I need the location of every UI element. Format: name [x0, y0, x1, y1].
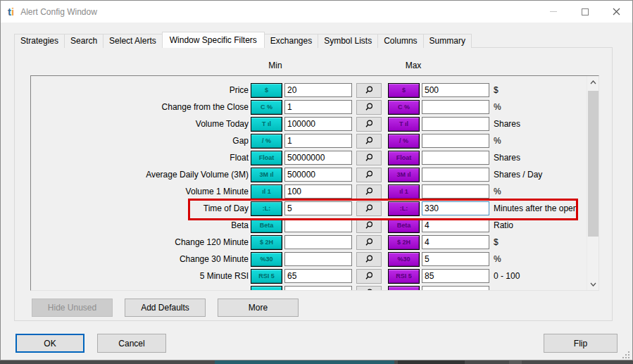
max-input[interactable] [422, 83, 489, 97]
filters-scroll-panel: Price$$$Change from the CloseC %C %%Volu… [30, 75, 599, 291]
min-input[interactable] [284, 235, 352, 249]
icon-glyph: RSI 5 [258, 272, 275, 280]
min-input[interactable] [284, 184, 352, 199]
search-button[interactable] [356, 286, 382, 291]
magnifier-icon [364, 102, 374, 112]
search-button[interactable] [356, 252, 382, 267]
ok-button[interactable]: OK [15, 334, 84, 353]
avg-daily-volume-icon[interactable]: 3M ıl [388, 168, 420, 182]
search-button[interactable] [356, 100, 382, 115]
max-input[interactable] [422, 252, 489, 266]
minimize-button[interactable] [537, 1, 569, 23]
max-input[interactable] [422, 184, 489, 199]
search-button[interactable] [356, 151, 382, 165]
rsi-5-minute-icon[interactable]: RSI 5 [251, 269, 282, 284]
screen-edge-strip [0, 360, 633, 364]
icon-glyph: Float [259, 154, 275, 161]
price-icon[interactable]: $ [251, 83, 282, 98]
min-input[interactable] [284, 151, 352, 165]
magnifier-icon [364, 170, 374, 180]
filter-label: Change 30 Minute [31, 254, 249, 264]
min-input[interactable] [284, 252, 352, 266]
min-input[interactable] [284, 218, 352, 232]
min-input[interactable] [284, 286, 352, 291]
close-button[interactable] [601, 1, 632, 23]
clock-icon[interactable]: :L: [388, 201, 420, 216]
max-input[interactable] [422, 201, 489, 215]
filter-icon[interactable] [388, 286, 420, 291]
change-30-minute-icon[interactable]: %30 [388, 252, 420, 267]
search-button[interactable] [356, 184, 382, 199]
price-icon[interactable]: $ [388, 83, 420, 98]
search-button[interactable] [356, 83, 382, 98]
cancel-button[interactable]: Cancel [97, 334, 166, 353]
max-input[interactable] [422, 100, 489, 114]
chevron-down-icon [590, 282, 596, 287]
search-button[interactable] [356, 235, 382, 250]
max-input[interactable] [422, 235, 489, 249]
maximize-button[interactable] [569, 1, 601, 23]
filter-icon[interactable] [251, 286, 282, 291]
vertical-scrollbar[interactable] [587, 76, 598, 290]
gap-icon[interactable]: / % [251, 134, 282, 149]
icon-glyph: T ıl [399, 120, 408, 127]
icon-glyph: %30 [260, 256, 272, 263]
filter-label: Volume Today [31, 119, 249, 129]
search-button[interactable] [356, 117, 382, 132]
filter-label: Beta [31, 220, 249, 230]
search-button[interactable] [356, 168, 382, 182]
add-defaults-button[interactable]: Add Defaults [125, 299, 206, 317]
tab-search[interactable]: Search [64, 34, 104, 48]
flip-button[interactable]: Flip [544, 334, 618, 353]
tab-select-alerts[interactable]: Select Alerts [103, 34, 163, 48]
change-from-close-icon[interactable]: C % [251, 100, 282, 115]
min-input[interactable] [284, 83, 352, 97]
beta-icon[interactable]: Beta [251, 218, 282, 233]
clock-icon[interactable]: :L: [251, 201, 282, 216]
tab-window-specific-filters[interactable]: Window Specific Filters [162, 32, 265, 48]
volume-today-icon[interactable]: T ıl [251, 117, 282, 132]
change-120-minute-icon[interactable]: $ 2H [388, 235, 420, 250]
min-input[interactable] [284, 134, 352, 148]
scroll-down-button[interactable] [587, 278, 599, 290]
tab-summary[interactable]: Summary [423, 34, 472, 48]
max-input[interactable] [422, 151, 489, 165]
volume-1-minute-icon[interactable]: ıl 1 [388, 184, 420, 199]
max-input[interactable] [422, 269, 489, 283]
float-icon[interactable]: Float [251, 151, 282, 165]
max-input[interactable] [422, 218, 489, 232]
min-input[interactable] [284, 117, 352, 131]
scroll-up-button[interactable] [587, 76, 599, 88]
resize-grip-icon[interactable] [622, 351, 629, 358]
scrollbar-thumb[interactable] [588, 91, 598, 237]
change-from-close-icon[interactable]: C % [388, 100, 420, 115]
volume-1-minute-icon[interactable]: ıl 1 [251, 184, 282, 199]
more-button[interactable]: More [218, 299, 299, 317]
float-icon[interactable]: Float [388, 151, 420, 165]
search-button[interactable] [356, 269, 382, 284]
tab-exchanges[interactable]: Exchanges [264, 34, 318, 48]
min-input[interactable] [284, 201, 352, 215]
icon-glyph: $ 2H [397, 239, 410, 246]
window-title: Alert Config Window [20, 7, 97, 17]
tab-strategies[interactable]: Strategies [14, 34, 65, 48]
search-button[interactable] [356, 218, 382, 233]
rsi-5-minute-icon[interactable]: RSI 5 [388, 269, 420, 284]
change-30-minute-icon[interactable]: %30 [251, 252, 282, 267]
change-120-minute-icon[interactable]: $ 2H [251, 235, 282, 250]
search-button[interactable] [356, 134, 382, 149]
beta-icon[interactable]: Beta [388, 218, 420, 233]
volume-today-icon[interactable]: T ıl [388, 117, 420, 132]
max-input[interactable] [422, 168, 489, 182]
tab-symbol-lists[interactable]: Symbol Lists [318, 34, 378, 48]
max-input[interactable] [422, 134, 489, 148]
tab-columns[interactable]: Columns [377, 34, 423, 48]
avg-daily-volume-icon[interactable]: 3M ıl [251, 168, 282, 182]
max-input[interactable] [422, 286, 489, 291]
search-button[interactable] [356, 201, 382, 216]
gap-icon[interactable]: / % [388, 134, 420, 149]
max-input[interactable] [422, 117, 489, 131]
min-input[interactable] [284, 269, 352, 283]
min-input[interactable] [284, 168, 352, 182]
min-input[interactable] [284, 100, 352, 114]
